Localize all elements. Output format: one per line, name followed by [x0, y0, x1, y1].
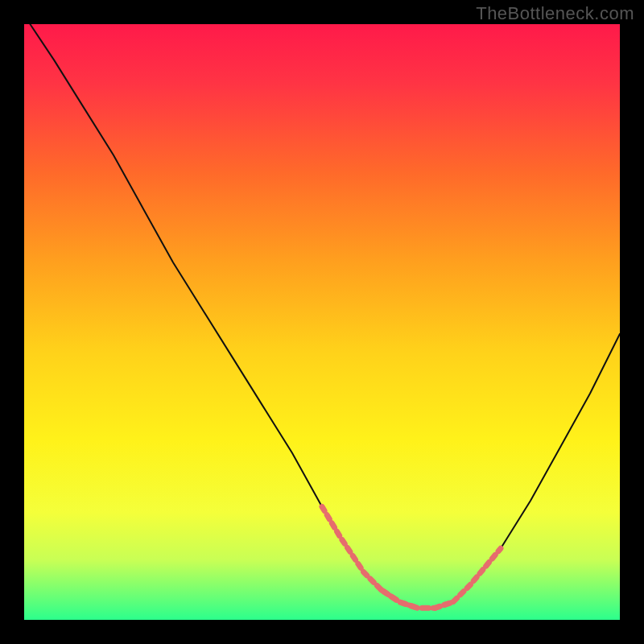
watermark-text: TheBottleneck.com: [476, 3, 634, 24]
plot-area: [24, 24, 620, 620]
chart-container: TheBottleneck.com: [0, 0, 644, 644]
chart-svg: [24, 24, 620, 620]
chart-background: [24, 24, 620, 620]
